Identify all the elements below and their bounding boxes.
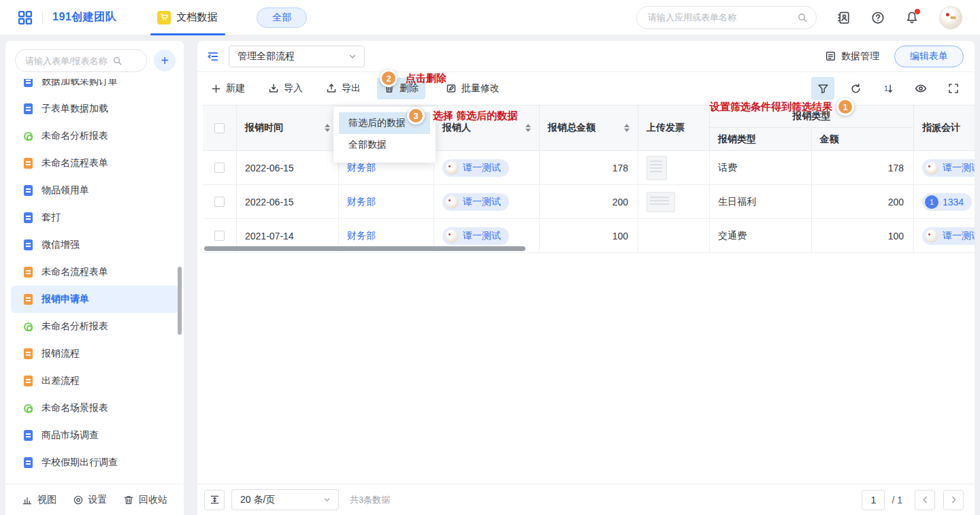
sort-arrows-icon[interactable] (325, 124, 330, 132)
header-amount[interactable]: 金额 (812, 128, 914, 150)
data-manage-button[interactable]: 数据管理 (825, 50, 879, 63)
sidebar-item[interactable]: 微信增强 (11, 231, 178, 259)
refresh-button[interactable] (844, 77, 867, 100)
form-list: 数据加载采购订单 子表单数据加载 未命名分析报表 未命名流程表单 物品领用单 套… (5, 68, 184, 503)
table-row[interactable]: 2022-06-15 财务部 谭一测试 200 生日福利 200 11334 (203, 185, 975, 219)
dept-link[interactable]: 财务部 (347, 196, 376, 208)
row-checkbox[interactable] (214, 197, 225, 207)
cell-total: 100 (540, 219, 638, 252)
cell-invoice (638, 151, 710, 184)
form-search-input[interactable] (25, 56, 112, 66)
flow-selector[interactable]: 管理全部流程 (229, 46, 365, 67)
page-size-select[interactable]: 20 条/页 (231, 489, 339, 510)
sort-icon: 1 (883, 83, 894, 95)
select-all-checkbox[interactable] (214, 123, 225, 133)
sort-button[interactable]: 1 (877, 77, 900, 100)
sidebar-item-label: 商品市场调查 (42, 429, 99, 442)
views-button[interactable]: 视图 (22, 494, 56, 506)
sidebar-item[interactable]: 出差流程 (11, 367, 178, 395)
row-checkbox[interactable] (214, 163, 225, 173)
current-page-input[interactable]: 1 (862, 490, 885, 510)
sidebar-item[interactable]: 未命名场景报表 (11, 395, 178, 422)
sidebar-item[interactable]: 未命名分析报表 (11, 313, 178, 340)
contacts-icon[interactable] (837, 11, 851, 24)
header-date[interactable]: 报销时间 (237, 105, 339, 150)
settings-button[interactable]: 设置 (73, 494, 108, 506)
form-search[interactable] (15, 49, 147, 72)
user-pill[interactable]: 谭一测试 (442, 159, 509, 177)
sort-arrows-icon[interactable] (624, 124, 630, 132)
invoice-thumbnail[interactable] (647, 156, 667, 180)
tab-document-data[interactable]: 文档数据 (157, 0, 217, 35)
scope-all-pill[interactable]: 全部 (257, 7, 307, 28)
add-form-button[interactable]: + (154, 50, 176, 71)
user-avatar[interactable] (939, 6, 962, 29)
chevron-down-icon (323, 495, 331, 504)
sidebar-item[interactable]: 物品领用单 (11, 177, 178, 204)
sidebar-item[interactable]: 套打 (11, 204, 178, 231)
header-total[interactable]: 报销总金额 (540, 105, 638, 150)
sidebar-item[interactable]: 学校假期出行调查 (11, 449, 178, 476)
global-search-input[interactable] (648, 12, 797, 22)
export-icon (326, 83, 337, 94)
user-pill[interactable]: 11334 (922, 193, 972, 211)
header-type[interactable]: 报销类型 (710, 128, 812, 150)
sort-arrows-icon[interactable] (525, 124, 531, 132)
horizontal-scrollbar[interactable] (204, 246, 525, 251)
doc-icon (24, 267, 33, 278)
app-grid-icon[interactable] (18, 10, 33, 25)
sidebar-item[interactable]: 未命名分析报表 (11, 122, 178, 150)
sidebar-item-label: 子表单数据加载 (42, 103, 108, 115)
user-pill[interactable]: 谭一测试 (922, 227, 975, 245)
user-pill[interactable]: 谭一测试 (442, 193, 509, 211)
search-icon[interactable] (112, 56, 122, 66)
dept-link[interactable]: 财务部 (347, 162, 376, 174)
team-name[interactable]: 191创建团队 (52, 10, 116, 24)
row-height-button[interactable] (204, 490, 225, 510)
notification-bell-icon[interactable] (905, 11, 919, 24)
header-accountant[interactable]: 指派会计 (914, 105, 975, 150)
prev-page-button[interactable] (915, 490, 935, 510)
data-manage-icon (825, 50, 836, 62)
sidebar-scrollbar[interactable] (178, 267, 182, 335)
user-pill[interactable]: 谭一测试 (922, 159, 975, 177)
row-checkbox[interactable] (214, 231, 225, 241)
batch-edit-button[interactable]: 批量修改 (439, 78, 506, 99)
sidebar-item[interactable]: 未命名流程表单 (11, 259, 178, 286)
sidebar-item[interactable]: 报销流程 (11, 340, 178, 367)
global-search[interactable] (636, 6, 817, 29)
search-icon[interactable] (797, 12, 808, 23)
export-button[interactable]: 导出 (319, 78, 368, 99)
sidebar-item-selected[interactable]: 报销申请单 (11, 286, 178, 313)
fullscreen-button[interactable] (942, 77, 965, 100)
invoice-thumbnail[interactable] (647, 192, 675, 212)
annotation-step3: 3 选择 筛选后的数据 (407, 107, 517, 124)
user-avatar-icon (445, 229, 459, 243)
sidebar-item-label: 报销申请单 (42, 293, 89, 305)
sidebar-item[interactable]: 子表单数据加载 (11, 95, 178, 122)
page-size-value: 20 条/页 (240, 494, 275, 506)
user-avatar-icon (925, 229, 938, 243)
step-badge-1: 1 (836, 98, 854, 116)
cell-total: 200 (540, 185, 638, 218)
doc-icon (24, 457, 33, 468)
data-manage-label: 数据管理 (841, 50, 879, 63)
help-icon[interactable] (871, 11, 885, 24)
sidebar-item-label: 学校假期出行调查 (42, 456, 118, 469)
new-button[interactable]: 新建 (204, 78, 252, 99)
edit-form-button[interactable]: 编辑表单 (894, 46, 964, 67)
step-badge-2: 2 (380, 69, 397, 87)
sidebar-item[interactable]: 未命名流程表单 (11, 150, 178, 177)
collapse-sidebar-icon[interactable] (207, 50, 219, 63)
recycle-bin-button[interactable]: 回收站 (123, 494, 167, 506)
column-visibility-button[interactable] (909, 77, 932, 100)
dept-link[interactable]: 财务部 (347, 230, 376, 242)
filter-button[interactable] (811, 77, 834, 100)
sidebar-item[interactable]: 商品市场调查 (11, 422, 178, 449)
table-row[interactable]: 2022-06-15 财务部 谭一测试 178 话费 178 谭一测试 (203, 151, 975, 185)
import-button[interactable]: 导入 (261, 78, 310, 99)
header-invoice[interactable]: 上传发票 (638, 105, 710, 150)
menu-item-all-data[interactable]: 全部数据 (339, 134, 430, 156)
user-pill[interactable]: 谭一测试 (442, 227, 509, 245)
next-page-button[interactable] (943, 490, 964, 510)
